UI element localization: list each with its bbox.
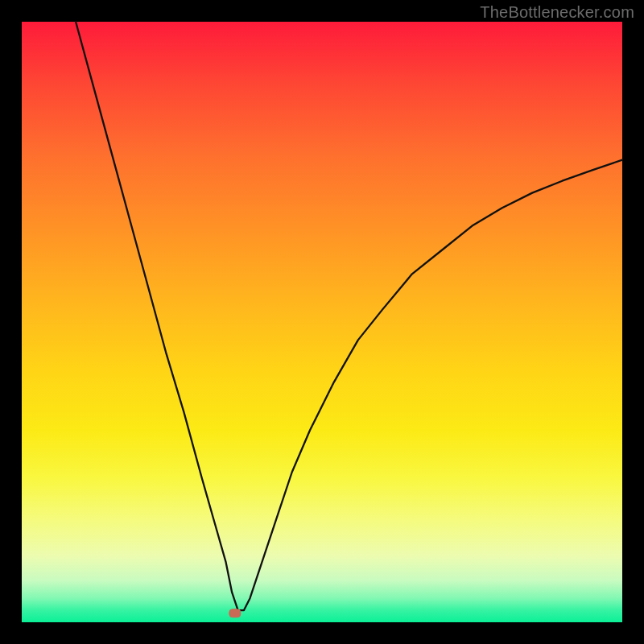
watermark-text: TheBottlenecker.com bbox=[480, 3, 634, 22]
plot-area bbox=[22, 22, 622, 622]
bottleneck-curve bbox=[76, 22, 622, 610]
chart-frame: TheBottlenecker.com bbox=[0, 0, 644, 644]
optimum-marker bbox=[229, 609, 241, 617]
curve-svg bbox=[22, 22, 622, 622]
